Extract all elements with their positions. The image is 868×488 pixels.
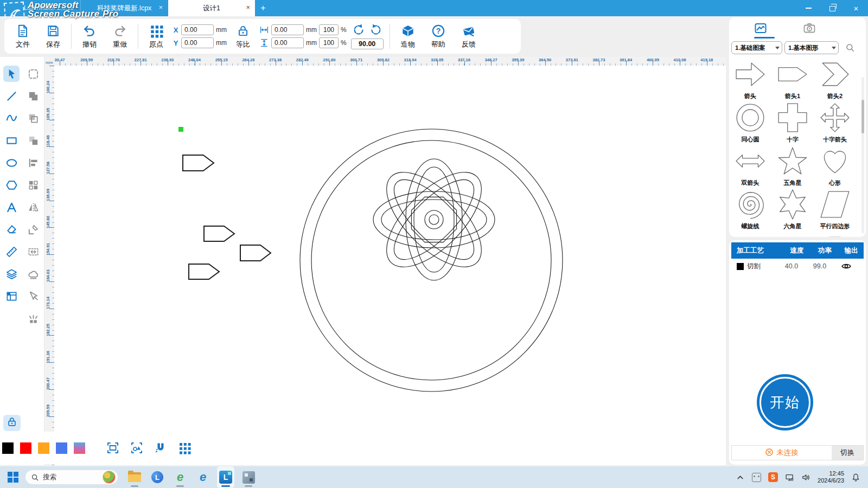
design-drawing[interactable] xyxy=(54,66,726,465)
shape-item-star6[interactable]: 六角星 xyxy=(771,189,814,232)
design-tab[interactable]: 设计1 × xyxy=(168,0,255,16)
process-row[interactable]: 切割40.099.0 xyxy=(731,259,864,274)
redo-button[interactable]: 重做 xyxy=(105,24,135,49)
tool-polygon-button[interactable] xyxy=(3,177,20,193)
shape-item-chevron[interactable]: 箭头2 xyxy=(814,59,856,102)
ime-tray-icon[interactable] xyxy=(752,473,761,482)
shape-item-concentric[interactable]: 同心圆 xyxy=(729,102,771,145)
shape-item-heart[interactable]: 心形 xyxy=(814,145,856,189)
x-position-input[interactable]: 0.00 xyxy=(181,24,214,35)
shape-item-spiral[interactable]: 螺旋线 xyxy=(729,189,771,232)
proportional-lock-button[interactable]: 等比 xyxy=(228,24,258,49)
tool-table-button[interactable] xyxy=(3,288,20,304)
canvas-lock-button[interactable] xyxy=(3,415,21,431)
minimize-button[interactable] xyxy=(796,0,820,16)
tool-arrange-button[interactable] xyxy=(25,177,41,193)
shape-item-arrow-right[interactable]: 箭头 xyxy=(729,59,771,102)
color-swatch[interactable] xyxy=(2,442,14,454)
tool-copy-button[interactable] xyxy=(25,110,41,126)
tool-subtract-button[interactable] xyxy=(25,132,41,149)
taskbar-app-utility[interactable] xyxy=(240,466,257,488)
display-tray-icon[interactable] xyxy=(785,473,794,482)
taskbar-app-edge[interactable]: e xyxy=(194,466,212,488)
document-tab[interactable]: 科技奖牌最新.lcpx × xyxy=(80,0,168,16)
shape-item-cross-arrow[interactable]: 十字箭头 xyxy=(814,102,856,145)
tray-chevron-up-icon[interactable] xyxy=(736,473,745,482)
file-button[interactable]: 文件 xyxy=(8,24,38,49)
y-position-input[interactable]: 0.00 xyxy=(181,37,214,48)
tool-select-button[interactable] xyxy=(3,66,20,82)
output-toggle[interactable] xyxy=(834,261,859,272)
height-percent-input[interactable]: 100 xyxy=(319,37,339,48)
tool-union-button[interactable] xyxy=(25,88,41,104)
taskbar-app-app-l[interactable]: L xyxy=(149,466,166,488)
tool-ruler-button[interactable] xyxy=(3,243,20,260)
width-input[interactable]: 0.00 xyxy=(271,24,304,35)
tool-explode-button[interactable] xyxy=(25,310,41,326)
selection-marker[interactable] xyxy=(178,127,183,132)
rotate-cw-icon[interactable] xyxy=(369,23,382,36)
multi-select-icon[interactable] xyxy=(130,441,143,454)
color-swatch[interactable] xyxy=(38,442,49,454)
restore-button[interactable] xyxy=(820,0,844,16)
tool-line-button[interactable] xyxy=(3,88,20,104)
undo-button[interactable]: 撤销 xyxy=(74,24,105,49)
tool-curve-button[interactable] xyxy=(3,110,20,126)
feedback-button[interactable]: 反馈 xyxy=(454,24,484,49)
rotation-input[interactable]: 90.00 xyxy=(351,38,384,49)
taskbar-app-folder[interactable] xyxy=(126,466,143,488)
close-tab-icon[interactable]: × xyxy=(246,4,250,11)
tag-shape[interactable] xyxy=(189,264,219,279)
magnet-icon[interactable] xyxy=(154,441,167,454)
tool-mirror-button[interactable] xyxy=(25,199,41,215)
speed-value[interactable]: 40.0 xyxy=(777,262,806,270)
tool-align-button[interactable] xyxy=(25,155,41,171)
switch-device-button[interactable]: 切换 xyxy=(832,446,863,460)
tool-eraser-button[interactable] xyxy=(3,221,20,237)
color-swatch[interactable] xyxy=(56,442,67,454)
tool-text-button[interactable] xyxy=(3,199,20,215)
tool-drag-pen-button[interactable] xyxy=(25,288,41,304)
start-menu-button[interactable] xyxy=(8,472,18,483)
new-tab-button[interactable]: + xyxy=(257,2,269,14)
tag-shape[interactable] xyxy=(183,155,214,171)
height-input[interactable]: 0.00 xyxy=(271,37,304,48)
rotate-ccw-icon[interactable] xyxy=(352,23,365,36)
shape-item-partial-ellipse[interactable] xyxy=(729,232,771,237)
taskbar-clock[interactable]: 12:45 2024/6/23 xyxy=(818,470,844,484)
tool-node-edit-button[interactable] xyxy=(25,221,41,237)
taskbar-search[interactable]: 搜索 xyxy=(25,470,118,485)
gallery-scrollbar[interactable] xyxy=(861,77,864,233)
tool-expand-button[interactable] xyxy=(25,243,41,260)
close-tab-icon[interactable]: × xyxy=(158,4,163,11)
taskbar-app-lasermaker[interactable]: L xyxy=(217,466,234,488)
volume-tray-icon[interactable] xyxy=(801,473,810,482)
gallery-tab[interactable] xyxy=(754,22,767,35)
help-button[interactable]: ? 帮助 xyxy=(423,24,454,49)
grid-icon[interactable] xyxy=(178,441,191,454)
tag-shape[interactable] xyxy=(204,226,234,241)
tool-layers-button[interactable] xyxy=(3,266,20,282)
tool-marquee-button[interactable] xyxy=(25,66,41,82)
tool-weld-button[interactable] xyxy=(25,266,41,282)
search-icon[interactable] xyxy=(845,43,855,53)
subcategory-dropdown[interactable]: 1.基本图形 xyxy=(784,41,839,54)
shape-item-parallelogram[interactable]: 平行四边形 xyxy=(814,189,856,232)
shape-item-double-arrow[interactable]: 双箭头 xyxy=(729,145,771,189)
taskbar-app-ie[interactable]: e xyxy=(171,466,189,488)
layer-color-swatch[interactable] xyxy=(737,263,744,270)
color-swatch[interactable] xyxy=(20,442,31,454)
design-canvas[interactable] xyxy=(54,66,726,465)
notification-bell-icon[interactable] xyxy=(851,473,860,482)
tool-ellipse-button[interactable] xyxy=(3,155,20,171)
shape-item-partial-gem[interactable] xyxy=(814,232,856,237)
search-highlight-icon[interactable] xyxy=(103,471,116,484)
scrollbar-thumb[interactable] xyxy=(861,100,864,133)
shape-item-cross[interactable]: 十字 xyxy=(771,102,814,145)
shape-item-star5[interactable]: 五角星 xyxy=(771,145,814,189)
sogou-tray-icon[interactable]: S xyxy=(768,472,778,482)
close-button[interactable]: × xyxy=(844,0,868,16)
create-button[interactable]: 造物 xyxy=(393,24,423,49)
tool-rectangle-button[interactable] xyxy=(3,132,20,149)
tag-shape[interactable] xyxy=(240,245,271,261)
